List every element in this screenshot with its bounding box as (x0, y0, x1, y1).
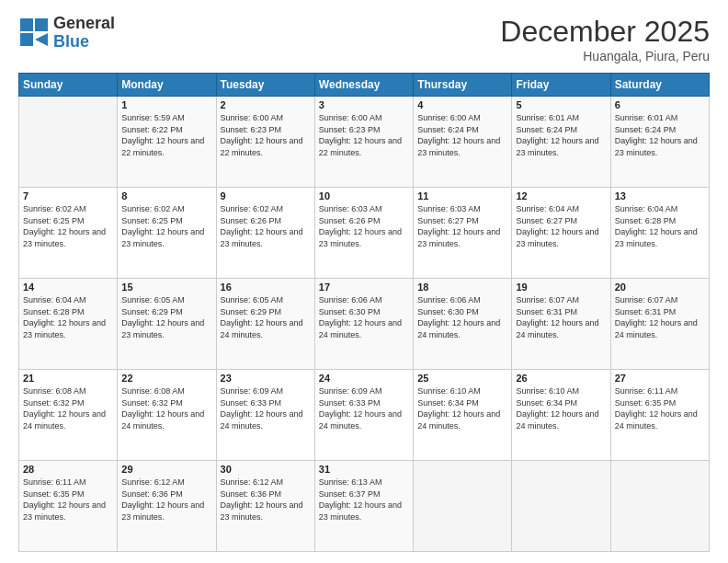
logo-blue: Blue (53, 33, 115, 52)
day-info: Sunrise: 6:05 AM Sunset: 6:29 PM Dayligh… (121, 294, 211, 340)
day-info: Sunrise: 6:03 AM Sunset: 6:27 PM Dayligh… (417, 203, 507, 249)
table-cell: 10Sunrise: 6:03 AM Sunset: 6:26 PM Dayli… (314, 188, 413, 279)
day-info: Sunrise: 6:09 AM Sunset: 6:33 PM Dayligh… (319, 385, 409, 431)
day-number: 23 (221, 373, 311, 384)
day-number: 11 (417, 190, 507, 201)
day-number: 21 (23, 373, 113, 384)
day-info: Sunrise: 6:03 AM Sunset: 6:26 PM Dayligh… (319, 203, 409, 249)
table-cell: 21Sunrise: 6:08 AM Sunset: 6:32 PM Dayli… (19, 370, 118, 461)
day-number: 18 (417, 282, 507, 293)
day-number: 22 (121, 373, 211, 384)
day-info: Sunrise: 5:59 AM Sunset: 6:22 PM Dayligh… (121, 112, 211, 158)
calendar-header-row: Sunday Monday Tuesday Wednesday Thursday… (19, 74, 710, 97)
table-cell: 9Sunrise: 6:02 AM Sunset: 6:26 PM Daylig… (216, 188, 314, 279)
day-number: 28 (23, 464, 113, 475)
table-cell: 4Sunrise: 6:00 AM Sunset: 6:24 PM Daylig… (414, 97, 512, 188)
table-cell: 20Sunrise: 6:07 AM Sunset: 6:31 PM Dayli… (610, 279, 709, 370)
day-info: Sunrise: 6:11 AM Sunset: 6:35 PM Dayligh… (23, 477, 113, 523)
day-number: 24 (319, 373, 409, 384)
day-number: 30 (221, 464, 311, 475)
day-info: Sunrise: 6:13 AM Sunset: 6:37 PM Dayligh… (319, 477, 409, 523)
day-info: Sunrise: 6:11 AM Sunset: 6:35 PM Dayligh… (615, 385, 705, 431)
day-info: Sunrise: 6:08 AM Sunset: 6:32 PM Dayligh… (121, 385, 211, 431)
week-row-4: 21Sunrise: 6:08 AM Sunset: 6:32 PM Dayli… (19, 370, 710, 461)
day-number: 14 (23, 282, 113, 293)
table-cell: 8Sunrise: 6:02 AM Sunset: 6:25 PM Daylig… (118, 188, 216, 279)
day-info: Sunrise: 6:08 AM Sunset: 6:32 PM Dayligh… (23, 385, 113, 431)
col-friday: Friday (512, 74, 610, 97)
day-info: Sunrise: 6:02 AM Sunset: 6:25 PM Dayligh… (23, 203, 113, 249)
week-row-1: 1Sunrise: 5:59 AM Sunset: 6:22 PM Daylig… (19, 97, 710, 188)
table-cell: 23Sunrise: 6:09 AM Sunset: 6:33 PM Dayli… (216, 370, 314, 461)
day-info: Sunrise: 6:09 AM Sunset: 6:33 PM Dayligh… (221, 385, 311, 431)
day-info: Sunrise: 6:02 AM Sunset: 6:25 PM Dayligh… (121, 203, 211, 249)
day-number: 15 (121, 282, 211, 293)
day-info: Sunrise: 6:01 AM Sunset: 6:24 PM Dayligh… (516, 112, 606, 158)
table-cell: 29Sunrise: 6:12 AM Sunset: 6:36 PM Dayli… (118, 461, 216, 552)
svg-rect-0 (20, 18, 33, 31)
day-info: Sunrise: 6:06 AM Sunset: 6:30 PM Dayligh… (417, 294, 507, 340)
header: General Blue December 2025 Huangala, Piu… (18, 15, 710, 63)
table-cell: 6Sunrise: 6:01 AM Sunset: 6:24 PM Daylig… (610, 97, 709, 188)
table-cell (19, 97, 118, 188)
page: General Blue December 2025 Huangala, Piu… (0, 0, 728, 563)
day-info: Sunrise: 6:07 AM Sunset: 6:31 PM Dayligh… (615, 294, 705, 340)
table-cell (610, 461, 709, 552)
day-number: 20 (615, 282, 705, 293)
day-number: 5 (516, 99, 606, 110)
day-info: Sunrise: 6:02 AM Sunset: 6:26 PM Dayligh… (221, 203, 311, 249)
day-info: Sunrise: 6:07 AM Sunset: 6:31 PM Dayligh… (516, 294, 606, 340)
table-cell: 22Sunrise: 6:08 AM Sunset: 6:32 PM Dayli… (118, 370, 216, 461)
calendar-table: Sunday Monday Tuesday Wednesday Thursday… (18, 73, 710, 552)
day-number: 25 (417, 373, 507, 384)
day-number: 26 (516, 373, 606, 384)
col-sunday: Sunday (19, 74, 118, 97)
table-cell: 3Sunrise: 6:00 AM Sunset: 6:23 PM Daylig… (314, 97, 413, 188)
day-number: 6 (615, 99, 705, 110)
week-row-3: 14Sunrise: 6:04 AM Sunset: 6:28 PM Dayli… (19, 279, 710, 370)
table-cell: 24Sunrise: 6:09 AM Sunset: 6:33 PM Dayli… (314, 370, 413, 461)
logo-icon (18, 17, 51, 50)
table-cell (414, 461, 512, 552)
logo: General Blue (18, 15, 115, 52)
col-thursday: Thursday (414, 74, 512, 97)
day-number: 10 (319, 190, 409, 201)
table-cell: 25Sunrise: 6:10 AM Sunset: 6:34 PM Dayli… (414, 370, 512, 461)
svg-marker-3 (35, 33, 48, 46)
day-number: 8 (121, 190, 211, 201)
table-cell: 18Sunrise: 6:06 AM Sunset: 6:30 PM Dayli… (414, 279, 512, 370)
table-cell: 11Sunrise: 6:03 AM Sunset: 6:27 PM Dayli… (414, 188, 512, 279)
day-info: Sunrise: 6:00 AM Sunset: 6:24 PM Dayligh… (417, 112, 507, 158)
svg-rect-1 (35, 18, 48, 31)
col-monday: Monday (118, 74, 216, 97)
table-cell: 27Sunrise: 6:11 AM Sunset: 6:35 PM Dayli… (610, 370, 709, 461)
day-number: 12 (516, 190, 606, 201)
svg-rect-2 (20, 33, 33, 46)
day-number: 31 (319, 464, 409, 475)
table-cell: 17Sunrise: 6:06 AM Sunset: 6:30 PM Dayli… (314, 279, 413, 370)
col-saturday: Saturday (610, 74, 709, 97)
table-cell: 13Sunrise: 6:04 AM Sunset: 6:28 PM Dayli… (610, 188, 709, 279)
table-cell (512, 461, 610, 552)
day-number: 4 (417, 99, 507, 110)
location: Huangala, Piura, Peru (500, 49, 710, 63)
table-cell: 19Sunrise: 6:07 AM Sunset: 6:31 PM Dayli… (512, 279, 610, 370)
table-cell: 5Sunrise: 6:01 AM Sunset: 6:24 PM Daylig… (512, 97, 610, 188)
day-number: 1 (121, 99, 211, 110)
month-title: December 2025 (500, 15, 710, 49)
day-info: Sunrise: 6:10 AM Sunset: 6:34 PM Dayligh… (417, 385, 507, 431)
table-cell: 28Sunrise: 6:11 AM Sunset: 6:35 PM Dayli… (19, 461, 118, 552)
table-cell: 26Sunrise: 6:10 AM Sunset: 6:34 PM Dayli… (512, 370, 610, 461)
table-cell: 2Sunrise: 6:00 AM Sunset: 6:23 PM Daylig… (216, 97, 314, 188)
day-number: 7 (23, 190, 113, 201)
day-info: Sunrise: 6:00 AM Sunset: 6:23 PM Dayligh… (221, 112, 311, 158)
day-number: 19 (516, 282, 606, 293)
day-number: 2 (221, 99, 311, 110)
table-cell: 31Sunrise: 6:13 AM Sunset: 6:37 PM Dayli… (314, 461, 413, 552)
day-info: Sunrise: 6:04 AM Sunset: 6:27 PM Dayligh… (516, 203, 606, 249)
col-tuesday: Tuesday (216, 74, 314, 97)
day-info: Sunrise: 6:06 AM Sunset: 6:30 PM Dayligh… (319, 294, 409, 340)
day-info: Sunrise: 6:05 AM Sunset: 6:29 PM Dayligh… (221, 294, 311, 340)
day-number: 13 (615, 190, 705, 201)
table-cell: 16Sunrise: 6:05 AM Sunset: 6:29 PM Dayli… (216, 279, 314, 370)
